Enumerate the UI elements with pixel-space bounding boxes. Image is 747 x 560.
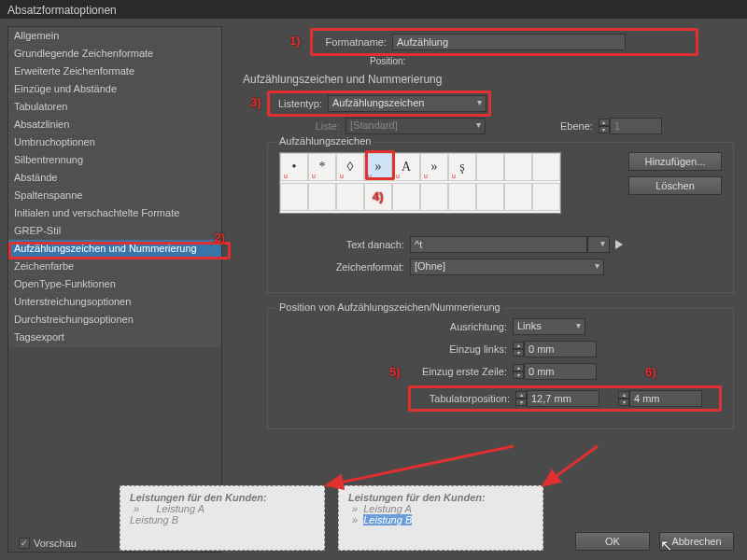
preview-after: Leistungen für den Kunden: » Leistung A … bbox=[338, 485, 543, 551]
sidebar-item-5[interactable]: Absatzlinien bbox=[8, 116, 221, 133]
sidebar-item-15[interactable]: Unterstreichungsoptionen bbox=[8, 293, 221, 311]
einzug-links-input[interactable] bbox=[524, 341, 597, 357]
zeichenformat-label: Zeichenformat: bbox=[279, 261, 410, 273]
position-group: Position von Aufzählungszeichen/Nummerie… bbox=[267, 308, 734, 429]
liste-select: [Standard] bbox=[345, 118, 486, 134]
tabulator-label: Tabulatorposition: bbox=[413, 393, 515, 404]
preview-after-l2-highlight: Leistung B bbox=[363, 514, 412, 525]
ausrichtung-label: Ausrichtung: bbox=[279, 321, 513, 332]
liste-label: Liste: bbox=[267, 120, 345, 132]
bullet-cell-4[interactable]: Au bbox=[392, 153, 420, 181]
einzug-erste-input[interactable] bbox=[524, 363, 597, 380]
ebene-label: Ebene: bbox=[560, 120, 599, 132]
preview-checkbox-label: Vorschau bbox=[34, 538, 77, 549]
bullet-cell-9[interactable] bbox=[532, 153, 560, 181]
listentyp-label: Listentyp: bbox=[272, 98, 328, 109]
tabulator-spinner-2[interactable]: ▴▾ bbox=[618, 390, 702, 407]
bullet-cell-empty-2[interactable] bbox=[336, 183, 364, 211]
highlight-5-6: Tabulatorposition: ▴▾ ▴▾ bbox=[408, 385, 722, 412]
annotation-5: 5) bbox=[389, 365, 401, 379]
tabulator-input-2[interactable] bbox=[629, 390, 702, 407]
highlight-4 bbox=[365, 150, 395, 180]
add-bullet-button[interactable]: Hinzufügen... bbox=[628, 152, 722, 171]
ausrichtung-select[interactable]: Links bbox=[513, 318, 585, 335]
ok-button[interactable]: OK bbox=[575, 532, 650, 551]
einzug-links-spinner[interactable]: ▴▾ bbox=[513, 341, 597, 357]
highlight-1: Formatname: bbox=[310, 28, 698, 56]
delete-bullet-button[interactable]: Löschen bbox=[628, 176, 722, 195]
sidebar-item-6[interactable]: Umbruchoptionen bbox=[8, 133, 221, 151]
sidebar-item-16[interactable]: Durchstreichungsoptionen bbox=[8, 311, 221, 329]
bullet-cell-6[interactable]: şu bbox=[448, 153, 476, 181]
einzug-erste-spinner[interactable]: ▴▾ bbox=[513, 363, 597, 380]
sidebar-item-3[interactable]: Einzüge und Abstände bbox=[8, 80, 221, 98]
category-sidebar: AllgemeinGrundlegende ZeichenformateErwe… bbox=[7, 26, 222, 553]
ebene-spinner[interactable]: ▴▾ bbox=[599, 118, 662, 134]
mouse-cursor-icon: ↖ bbox=[660, 537, 672, 554]
text-danach-flyout[interactable] bbox=[615, 240, 623, 249]
einzug-links-label: Einzug links: bbox=[279, 343, 513, 355]
annotation-1: 1) bbox=[289, 34, 301, 48]
position-legend: Position von Aufzählungszeichen/Nummerie… bbox=[275, 301, 504, 313]
bullet-cell-empty-1[interactable] bbox=[308, 183, 336, 211]
sidebar-item-9[interactable]: Spaltenspanne bbox=[8, 187, 221, 204]
window-title: Absatzformatoptionen bbox=[0, 0, 747, 19]
annotation-3: 3) bbox=[250, 95, 261, 109]
tabulator-input[interactable] bbox=[527, 390, 599, 407]
formatname-input[interactable] bbox=[392, 34, 626, 50]
annotation-4: 4) bbox=[373, 189, 384, 203]
bullet-cell-empty-0[interactable] bbox=[280, 183, 308, 211]
sidebar-item-17[interactable]: Tagsexport bbox=[8, 329, 221, 346]
bullets-legend: Aufzählungszeichen bbox=[275, 135, 374, 147]
annotation-2: 2) bbox=[214, 231, 225, 245]
preview-after-l1: Leistung A bbox=[363, 503, 412, 514]
preview-before-l2: Leistung B bbox=[130, 514, 315, 525]
text-danach-label: Text danach: bbox=[279, 239, 410, 250]
listentyp-select[interactable]: Aufzählungszeichen bbox=[328, 95, 486, 112]
zeichenformat-select[interactable]: [Ohne] bbox=[410, 259, 604, 275]
bullet-cell-empty-9[interactable] bbox=[532, 183, 560, 211]
main-panel: 1) Formatname: Position: Aufzählungszeic… bbox=[230, 19, 747, 560]
section-title: Aufzählungszeichen und Nummerierung bbox=[243, 73, 734, 86]
bullet-cell-7[interactable] bbox=[476, 153, 504, 181]
sidebar-item-8[interactable]: Abstände bbox=[8, 169, 221, 187]
preview-before-heading: Leistungen für den Kunden: bbox=[130, 492, 315, 503]
bullet-grid: •u*u◊u»uAu»uşu bbox=[279, 152, 561, 214]
preview-checkbox[interactable]: ✓Vorschau bbox=[19, 538, 77, 549]
formatname-label: Formatname: bbox=[316, 36, 392, 48]
sidebar-item-4[interactable]: Tabulatoren bbox=[8, 98, 221, 116]
sidebar-item-2[interactable]: Erweiterte Zeichenformate bbox=[8, 63, 221, 80]
bullet-cell-2[interactable]: ◊u bbox=[336, 153, 364, 181]
bullet-cell-empty-4[interactable] bbox=[392, 183, 420, 211]
bullet-cell-empty-6[interactable] bbox=[448, 183, 476, 211]
ebene-input[interactable] bbox=[610, 118, 662, 134]
preview-before-l1: Leistung A bbox=[156, 503, 204, 514]
sidebar-item-1[interactable]: Grundlegende Zeichenformate bbox=[8, 45, 221, 63]
bullet-cell-1[interactable]: *u bbox=[308, 153, 336, 181]
bullet-cell-0[interactable]: •u bbox=[280, 153, 308, 181]
bullet-cell-8[interactable] bbox=[504, 153, 532, 181]
bullet-cell-empty-5[interactable] bbox=[420, 183, 448, 211]
bullet-cell-5[interactable]: »u bbox=[420, 153, 448, 181]
sidebar-item-0[interactable]: Allgemein bbox=[8, 27, 221, 45]
sidebar-item-13[interactable]: Zeichenfarbe bbox=[8, 258, 221, 275]
text-danach-input[interactable] bbox=[410, 236, 587, 253]
preview-before: Leistungen für den Kunden: » Leistung A … bbox=[120, 485, 325, 551]
text-danach-drop[interactable] bbox=[587, 236, 610, 253]
tabulator-spinner[interactable]: ▴▾ bbox=[515, 390, 599, 407]
sidebar-item-11[interactable]: GREP-Stil bbox=[8, 222, 221, 240]
sidebar-item-10[interactable]: Initialen und verschachtelte Formate bbox=[8, 204, 221, 222]
bullet-cell-empty-8[interactable] bbox=[504, 183, 532, 211]
bullet-cell-empty-7[interactable] bbox=[476, 183, 504, 211]
highlight-3: Listentyp: Aufzählungszeichen bbox=[267, 91, 491, 117]
preview-after-heading: Leistungen für den Kunden: bbox=[348, 492, 533, 503]
annotation-6: 6) bbox=[645, 365, 656, 379]
bullets-group: Aufzählungszeichen •u*u◊u»uAu»uşu 4) Hin… bbox=[267, 142, 734, 293]
sidebar-item-7[interactable]: Silbentrennung bbox=[8, 151, 221, 169]
sidebar-item-12[interactable]: Aufzählungszeichen und Nummerierung bbox=[8, 240, 221, 258]
sidebar-item-14[interactable]: OpenType-Funktionen bbox=[8, 275, 221, 293]
position-label: Position: bbox=[370, 56, 411, 66]
